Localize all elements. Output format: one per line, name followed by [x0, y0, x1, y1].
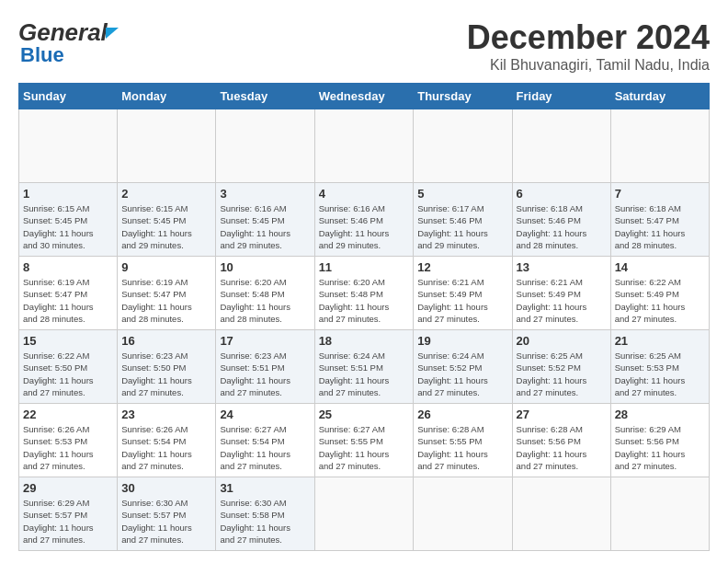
day-detail: Sunrise: 6:29 AM Sunset: 5:56 PM Dayligh… — [615, 423, 705, 472]
calendar-cell: 30Sunrise: 6:30 AM Sunset: 5:57 PM Dayli… — [118, 477, 216, 551]
calendar-cell: 12Sunrise: 6:21 AM Sunset: 5:49 PM Dayli… — [414, 257, 512, 330]
calendar-cell: 20Sunrise: 6:25 AM Sunset: 5:52 PM Dayli… — [512, 330, 610, 404]
calendar-cell: 31Sunrise: 6:30 AM Sunset: 5:58 PM Dayli… — [216, 477, 314, 551]
day-number: 15 — [23, 334, 113, 348]
calendar-cell — [118, 109, 216, 183]
calendar-cell: 26Sunrise: 6:28 AM Sunset: 5:55 PM Dayli… — [414, 404, 512, 477]
day-detail: Sunrise: 6:24 AM Sunset: 5:51 PM Dayligh… — [319, 350, 410, 398]
calendar-cell — [414, 109, 512, 183]
day-number: 26 — [417, 408, 507, 421]
day-detail: Sunrise: 6:24 AM Sunset: 5:52 PM Dayligh… — [417, 350, 507, 398]
day-number: 25 — [319, 408, 410, 421]
calendar-cell: 8Sunrise: 6:19 AM Sunset: 5:47 PM Daylig… — [19, 257, 118, 330]
day-number: 21 — [615, 334, 705, 348]
col-friday: Friday — [512, 84, 610, 109]
calendar-week-row: 29Sunrise: 6:29 AM Sunset: 5:57 PM Dayli… — [19, 477, 710, 551]
calendar-cell — [216, 109, 314, 183]
page-title: December 2024 — [467, 18, 710, 57]
day-detail: Sunrise: 6:30 AM Sunset: 5:57 PM Dayligh… — [121, 497, 211, 546]
calendar-cell: 2Sunrise: 6:15 AM Sunset: 5:45 PM Daylig… — [118, 183, 216, 257]
logo-arrow-icon — [106, 28, 119, 39]
day-number: 16 — [121, 334, 211, 348]
day-number: 10 — [220, 260, 310, 274]
calendar-cell: 4Sunrise: 6:16 AM Sunset: 5:46 PM Daylig… — [314, 183, 414, 257]
day-detail: Sunrise: 6:21 AM Sunset: 5:49 PM Dayligh… — [417, 276, 507, 325]
calendar-cell — [19, 109, 118, 183]
calendar-cell: 25Sunrise: 6:27 AM Sunset: 5:55 PM Dayli… — [314, 404, 414, 477]
day-number: 14 — [615, 260, 705, 274]
day-number: 6 — [517, 187, 607, 201]
day-number: 1 — [23, 187, 113, 201]
calendar-cell: 7Sunrise: 6:18 AM Sunset: 5:47 PM Daylig… — [610, 183, 709, 257]
day-detail: Sunrise: 6:18 AM Sunset: 5:46 PM Dayligh… — [517, 202, 607, 251]
calendar-cell: 23Sunrise: 6:26 AM Sunset: 5:54 PM Dayli… — [118, 404, 216, 477]
calendar-cell: 14Sunrise: 6:22 AM Sunset: 5:49 PM Dayli… — [610, 257, 709, 330]
calendar-cell: 19Sunrise: 6:24 AM Sunset: 5:52 PM Dayli… — [414, 330, 512, 404]
logo: General Blue — [18, 18, 119, 67]
page-header: General Blue December 2024 Kil Bhuvanagi… — [18, 18, 710, 74]
calendar-cell: 21Sunrise: 6:25 AM Sunset: 5:53 PM Dayli… — [610, 330, 709, 404]
day-number: 13 — [517, 260, 607, 274]
calendar-week-row: 22Sunrise: 6:26 AM Sunset: 5:53 PM Dayli… — [19, 404, 710, 477]
day-number: 9 — [121, 260, 211, 274]
calendar-cell: 3Sunrise: 6:16 AM Sunset: 5:45 PM Daylig… — [216, 183, 314, 257]
calendar-header-row: Sunday Monday Tuesday Wednesday Thursday… — [19, 84, 710, 109]
calendar-cell — [512, 109, 610, 183]
day-number: 24 — [220, 408, 310, 421]
calendar-cell: 15Sunrise: 6:22 AM Sunset: 5:50 PM Dayli… — [19, 330, 118, 404]
day-detail: Sunrise: 6:16 AM Sunset: 5:46 PM Dayligh… — [319, 202, 410, 251]
calendar-cell — [314, 477, 414, 551]
calendar-cell: 6Sunrise: 6:18 AM Sunset: 5:46 PM Daylig… — [512, 183, 610, 257]
calendar-cell — [414, 477, 512, 551]
day-number: 29 — [23, 481, 113, 495]
calendar-cell — [314, 109, 414, 183]
calendar-week-row: 15Sunrise: 6:22 AM Sunset: 5:50 PM Dayli… — [19, 330, 710, 404]
calendar-cell: 16Sunrise: 6:23 AM Sunset: 5:50 PM Dayli… — [118, 330, 216, 404]
day-detail: Sunrise: 6:23 AM Sunset: 5:51 PM Dayligh… — [220, 350, 310, 398]
day-detail: Sunrise: 6:30 AM Sunset: 5:58 PM Dayligh… — [220, 497, 310, 546]
day-detail: Sunrise: 6:15 AM Sunset: 5:45 PM Dayligh… — [121, 202, 211, 251]
day-number: 19 — [417, 334, 507, 348]
col-saturday: Saturday — [610, 84, 709, 109]
day-detail: Sunrise: 6:26 AM Sunset: 5:53 PM Dayligh… — [23, 423, 113, 472]
calendar-cell: 17Sunrise: 6:23 AM Sunset: 5:51 PM Dayli… — [216, 330, 314, 404]
calendar-week-row: 8Sunrise: 6:19 AM Sunset: 5:47 PM Daylig… — [19, 257, 710, 330]
day-detail: Sunrise: 6:25 AM Sunset: 5:53 PM Dayligh… — [615, 350, 705, 398]
calendar-cell: 27Sunrise: 6:28 AM Sunset: 5:56 PM Dayli… — [512, 404, 610, 477]
calendar-cell: 10Sunrise: 6:20 AM Sunset: 5:48 PM Dayli… — [216, 257, 314, 330]
calendar-cell: 24Sunrise: 6:27 AM Sunset: 5:54 PM Dayli… — [216, 404, 314, 477]
calendar-table: Sunday Monday Tuesday Wednesday Thursday… — [18, 83, 710, 551]
day-detail: Sunrise: 6:15 AM Sunset: 5:45 PM Dayligh… — [23, 202, 113, 251]
day-detail: Sunrise: 6:22 AM Sunset: 5:49 PM Dayligh… — [615, 276, 705, 325]
day-number: 28 — [615, 408, 705, 421]
day-number: 22 — [23, 408, 113, 421]
day-detail: Sunrise: 6:16 AM Sunset: 5:45 PM Dayligh… — [220, 202, 310, 251]
calendar-cell: 22Sunrise: 6:26 AM Sunset: 5:53 PM Dayli… — [19, 404, 118, 477]
calendar-cell: 1Sunrise: 6:15 AM Sunset: 5:45 PM Daylig… — [19, 183, 118, 257]
day-number: 27 — [517, 408, 607, 421]
calendar-week-row — [19, 109, 710, 183]
day-detail: Sunrise: 6:28 AM Sunset: 5:55 PM Dayligh… — [417, 423, 507, 472]
col-monday: Monday — [118, 84, 216, 109]
day-detail: Sunrise: 6:20 AM Sunset: 5:48 PM Dayligh… — [319, 276, 410, 325]
day-detail: Sunrise: 6:19 AM Sunset: 5:47 PM Dayligh… — [23, 276, 113, 325]
day-detail: Sunrise: 6:26 AM Sunset: 5:54 PM Dayligh… — [121, 423, 211, 472]
day-detail: Sunrise: 6:29 AM Sunset: 5:57 PM Dayligh… — [23, 497, 113, 546]
day-detail: Sunrise: 6:27 AM Sunset: 5:54 PM Dayligh… — [220, 423, 310, 472]
col-sunday: Sunday — [19, 84, 118, 109]
calendar-cell: 13Sunrise: 6:21 AM Sunset: 5:49 PM Dayli… — [512, 257, 610, 330]
day-number: 17 — [220, 334, 310, 348]
day-number: 5 — [417, 187, 507, 201]
page-subtitle: Kil Bhuvanagiri, Tamil Nadu, India — [467, 57, 710, 74]
day-detail: Sunrise: 6:23 AM Sunset: 5:50 PM Dayligh… — [121, 350, 211, 398]
logo-blue: Blue — [20, 43, 64, 67]
day-number: 12 — [417, 260, 507, 274]
calendar-cell: 28Sunrise: 6:29 AM Sunset: 5:56 PM Dayli… — [610, 404, 709, 477]
day-number: 2 — [121, 187, 211, 201]
title-block: December 2024 Kil Bhuvanagiri, Tamil Nad… — [467, 18, 710, 74]
day-number: 4 — [319, 187, 410, 201]
calendar-cell: 9Sunrise: 6:19 AM Sunset: 5:47 PM Daylig… — [118, 257, 216, 330]
day-number: 8 — [23, 260, 113, 274]
calendar-cell: 5Sunrise: 6:17 AM Sunset: 5:46 PM Daylig… — [414, 183, 512, 257]
calendar-week-row: 1Sunrise: 6:15 AM Sunset: 5:45 PM Daylig… — [19, 183, 710, 257]
